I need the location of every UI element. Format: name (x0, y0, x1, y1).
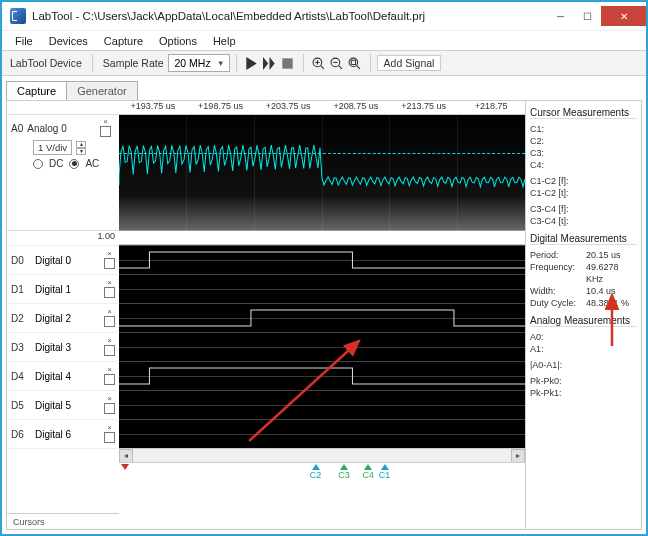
close-icon[interactable]: × (103, 119, 108, 125)
horizontal-scrollbar[interactable]: ◂▸ (119, 448, 525, 462)
cursor-c3[interactable]: C3 (338, 464, 350, 480)
digital-channel-header: D5Digital 5× (7, 390, 119, 419)
cursor-c4[interactable]: C4 (363, 464, 375, 480)
digital-lane-4[interactable] (119, 361, 525, 390)
zoom-in-button[interactable] (310, 54, 328, 72)
svg-point-11 (349, 58, 358, 67)
waveform-area[interactable]: +193.75 us+198.75 us+203.75 us+208.75 us… (119, 101, 525, 529)
digital-lane-0[interactable] (119, 245, 525, 274)
window-title: LabTool - C:\Users\Jack\AppData\Local\Em… (32, 10, 547, 22)
tab-capture[interactable]: Capture (6, 81, 67, 100)
play-button[interactable] (243, 54, 261, 72)
menu-help[interactable]: Help (206, 33, 243, 49)
period-value: 20.15 us (586, 249, 621, 261)
close-icon[interactable]: × (107, 280, 112, 286)
close-icon[interactable]: × (107, 338, 112, 344)
add-signal-button[interactable]: Add Signal (377, 55, 442, 71)
zoom-fit-button[interactable] (346, 54, 364, 72)
menu-options[interactable]: Options (152, 33, 204, 49)
digital-lane-2[interactable] (119, 303, 525, 332)
dc-radio[interactable] (33, 159, 43, 169)
menu-devices[interactable]: Devices (42, 33, 95, 49)
time-ruler: +193.75 us+198.75 us+203.75 us+208.75 us… (119, 101, 525, 115)
digital-enable-checkbox[interactable] (104, 432, 115, 443)
close-icon[interactable]: × (107, 425, 112, 431)
analog-scale-value: 1.00 (7, 231, 119, 245)
stop-button[interactable] (279, 54, 297, 72)
analog-enable-checkbox[interactable] (100, 126, 111, 137)
close-icon[interactable]: × (107, 396, 112, 402)
duty-cycle-value: 48.3871 % (586, 297, 629, 309)
digital-measurements-title: Digital Measurements (530, 233, 637, 245)
cursor-measurements-title: Cursor Measurements (530, 107, 637, 119)
svg-marker-0 (246, 57, 256, 70)
cursor-strip[interactable]: C2 C3 C4 C1 (119, 462, 525, 482)
digital-enable-checkbox[interactable] (104, 403, 115, 414)
digital-channel-header: D4Digital 4× (7, 361, 119, 390)
loop-button[interactable] (261, 54, 279, 72)
sample-rate-combo[interactable]: 20 MHz ▼ (168, 54, 230, 72)
digital-lane-3[interactable] (119, 332, 525, 361)
cursors-label: Cursors (7, 513, 119, 529)
svg-marker-1 (263, 57, 268, 70)
digital-enable-checkbox[interactable] (104, 374, 115, 385)
tabstrip: Capture Generator (2, 76, 646, 100)
chevron-down-icon: ▼ (217, 59, 225, 68)
tab-generator[interactable]: Generator (66, 81, 138, 100)
zoom-out-button[interactable] (328, 54, 346, 72)
app-icon (10, 8, 26, 24)
close-icon[interactable]: × (107, 367, 112, 373)
sample-rate-label: Sample Rate (99, 57, 168, 69)
workspace: A0 Analog 0 × 1 V/div ▴▾ DC AC 1.00 D0Di… (6, 100, 642, 530)
svg-line-12 (357, 65, 360, 68)
analog-id: A0 (11, 123, 23, 134)
cursor-c2[interactable]: C2 (310, 464, 322, 480)
close-icon[interactable]: × (107, 309, 112, 315)
digital-channel-header: D6Digital 6× (7, 419, 119, 448)
svg-line-9 (339, 65, 342, 68)
svg-rect-3 (282, 58, 292, 68)
toolbar: LabTool Device Sample Rate 20 MHz ▼ Add … (2, 50, 646, 76)
titlebar: LabTool - C:\Users\Jack\AppData\Local\Em… (2, 2, 646, 30)
cursor-c1[interactable]: C1 (379, 464, 391, 480)
measurements-sidebar: Cursor Measurements C1: C2: C3: C4: C1-C… (525, 101, 641, 529)
digital-channel-header: D3Digital 3× (7, 332, 119, 361)
channel-gutter: A0 Analog 0 × 1 V/div ▴▾ DC AC 1.00 D0Di… (7, 101, 119, 529)
minimize-button[interactable]: ─ (547, 6, 574, 26)
analog-name: Analog 0 (27, 123, 66, 134)
digital-channel-header: D1Digital 1× (7, 274, 119, 303)
digital-enable-checkbox[interactable] (104, 316, 115, 327)
trigger-marker[interactable] (121, 464, 129, 470)
svg-rect-13 (351, 60, 355, 64)
analog-channel-header: A0 Analog 0 × 1 V/div ▴▾ DC AC (7, 115, 119, 231)
vdiv-spinner[interactable]: ▴▾ (76, 141, 86, 155)
ac-radio[interactable] (69, 159, 79, 169)
close-icon[interactable]: × (107, 251, 112, 257)
digital-enable-checkbox[interactable] (104, 345, 115, 356)
vdiv-combo[interactable]: 1 V/div (33, 140, 72, 155)
digital-channel-header: D0Digital 0× (7, 245, 119, 274)
sample-rate-value: 20 MHz (175, 57, 211, 69)
digital-enable-checkbox[interactable] (104, 258, 115, 269)
analog-measurements-title: Analog Measurements (530, 315, 637, 327)
analog-scope[interactable] (119, 115, 525, 231)
menu-file[interactable]: File (8, 33, 40, 49)
digital-enable-checkbox[interactable] (104, 287, 115, 298)
digital-lane-1[interactable] (119, 274, 525, 303)
digital-lane-6[interactable] (119, 419, 525, 448)
app-window: LabTool - C:\Users\Jack\AppData\Local\Em… (0, 0, 648, 536)
device-label: LabTool Device (6, 57, 86, 69)
menubar: File Devices Capture Options Help (2, 30, 646, 50)
digital-channel-header: D2Digital 2× (7, 303, 119, 332)
maximize-button[interactable]: ☐ (574, 6, 601, 26)
svg-marker-2 (270, 57, 275, 70)
close-button[interactable]: ✕ (601, 6, 646, 26)
svg-line-5 (321, 65, 324, 68)
digital-lane-5[interactable] (119, 390, 525, 419)
frequency-value: 49.6278 KHz (586, 261, 637, 285)
menu-capture[interactable]: Capture (97, 33, 150, 49)
width-value: 10.4 us (586, 285, 616, 297)
